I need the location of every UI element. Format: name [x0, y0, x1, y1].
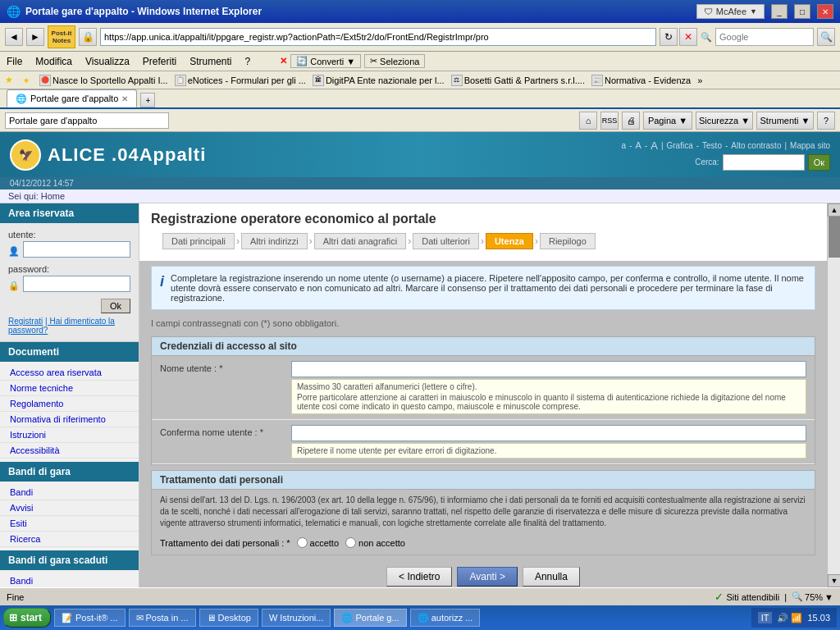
sidebar-link-bandi-scad[interactable]: Bandi: [0, 573, 139, 587]
scroll-down-button[interactable]: ▼: [828, 574, 840, 587]
help-button[interactable]: ?: [817, 112, 835, 130]
sidebar-link-norme[interactable]: Norme tecniche: [0, 381, 139, 396]
sidebar-link-bandi[interactable]: Bandi: [0, 485, 139, 500]
menu-tools[interactable]: Strumenti: [189, 56, 231, 67]
zoom-control[interactable]: 🔍 75% ▼: [792, 591, 833, 602]
sidebar-link-esiti[interactable]: Esiti: [0, 516, 139, 532]
home-button[interactable]: ⌂: [579, 112, 597, 130]
convert-icon: 🔄: [296, 56, 308, 66]
new-tab-button[interactable]: +: [140, 93, 155, 107]
menu-edit[interactable]: Modifica: [35, 56, 72, 67]
taskbar: ⊞ start 📝 Post-it® ... ✉ Posta in ... 🖥 …: [0, 605, 840, 630]
back-button[interactable]: < Indietro: [386, 567, 452, 587]
grafica-link[interactable]: Grafica: [666, 141, 692, 150]
sidebar-login-button[interactable]: Ok: [101, 299, 130, 313]
header-search-button[interactable]: Ок: [808, 154, 830, 171]
inner-address-bar[interactable]: [5, 112, 169, 129]
menu-help[interactable]: ?: [245, 56, 251, 67]
step-utenza[interactable]: Utenza: [486, 233, 533, 249]
alto-contrasto-link[interactable]: Alto contrasto: [731, 141, 781, 150]
sidebar-link-accessibilita[interactable]: Accessibilità: [0, 443, 139, 459]
print-button[interactable]: 🖨: [622, 112, 640, 130]
taskbar-item-portale[interactable]: 🌐 Portale g...: [334, 609, 406, 627]
step-dati-principali[interactable]: Dati principali: [162, 233, 235, 249]
favorites-star-icon: ★: [5, 75, 13, 85]
taskbar-item-posta[interactable]: ✉ Posta in ...: [129, 609, 196, 627]
address-bar[interactable]: [100, 28, 656, 46]
step-dati-ulteriori[interactable]: Dati ulteriori: [413, 233, 479, 249]
convert-button[interactable]: 🔄 Converti ▼: [290, 54, 361, 68]
step-riepilogo[interactable]: Riepilogo: [540, 233, 596, 249]
stop-button[interactable]: ✕: [679, 28, 697, 46]
fav-icon-3: ⚖: [451, 75, 463, 86]
back-button[interactable]: ◄: [5, 28, 23, 46]
sidebar-password-input[interactable]: [23, 276, 130, 292]
start-button[interactable]: ⊞ start: [3, 608, 51, 628]
taskbar-item-autorizz[interactable]: 🌐 autorizz ...: [410, 609, 481, 627]
refresh-button[interactable]: ↻: [660, 28, 678, 46]
tools-button[interactable]: Strumenti ▼: [756, 112, 814, 130]
username-label: Nome utente : *: [160, 361, 291, 373]
taskbar-item-desktop[interactable]: 🖥 Desktop: [199, 609, 258, 627]
maximize-button[interactable]: □: [794, 4, 810, 19]
sidebar-link-regolamento[interactable]: Regolamento: [0, 396, 139, 412]
step-arrow-4: ›: [535, 235, 538, 247]
info-box: i Completare la registrazione inserendo …: [151, 266, 815, 310]
fav-item-1[interactable]: 📋 eNotices - Formulari per gli ...: [175, 75, 306, 86]
sidebar-link-istruzioni[interactable]: Istruzioni: [0, 427, 139, 443]
step-altri-indirizzi[interactable]: Altri indirizzi: [241, 233, 308, 249]
tab-close-button[interactable]: ✕: [121, 94, 128, 103]
taskbar-item-istruzioni[interactable]: W Istruzioni...: [262, 609, 331, 627]
postit-taskbar-icon: 📝: [62, 613, 73, 623]
sidebar-link-normativa[interactable]: Normativa di riferimento: [0, 412, 139, 427]
page-scrollbar[interactable]: ▲ ▼: [827, 203, 840, 587]
fav-item-3[interactable]: ⚖ Bosetti Gatti & Partners s.r.l....: [451, 75, 585, 86]
menu-file[interactable]: File: [7, 56, 22, 67]
sidebar-link-ricerca[interactable]: Ricerca: [0, 532, 139, 547]
close-button[interactable]: ✕: [817, 4, 833, 19]
fav-item-2[interactable]: 🏛 DigitPA Ente nazionale per l...: [313, 75, 445, 86]
minimize-button[interactable]: _: [771, 4, 788, 19]
register-link[interactable]: Registrati: [8, 317, 43, 326]
fav-item-4[interactable]: 📰 Normativa - Evidenza: [591, 75, 691, 86]
sidebar-link-accesso[interactable]: Accesso area riservata: [0, 365, 139, 381]
info-text: Completare la registrazione inserendo un…: [171, 273, 806, 303]
confirm-username-input[interactable]: [291, 425, 806, 441]
search-go-button[interactable]: 🔍: [817, 28, 835, 46]
step-altri-dati[interactable]: Altri dati anagrafici: [314, 233, 407, 249]
sidebar-username-input[interactable]: [23, 241, 130, 258]
scroll-thumb[interactable]: [829, 217, 840, 258]
feeds-button[interactable]: RSS: [600, 112, 619, 130]
menu-favorites[interactable]: Preferiti: [143, 56, 176, 67]
cancel-button[interactable]: Annulla: [523, 567, 580, 587]
username-input[interactable]: [291, 361, 806, 377]
privacy-deny-radio[interactable]: [345, 537, 356, 548]
mcafee-dropdown[interactable]: ▼: [750, 7, 757, 16]
header-search-input[interactable]: [723, 154, 805, 171]
menu-view[interactable]: Visualizza: [85, 56, 130, 67]
mappa-sito-link[interactable]: Mappa sito: [790, 141, 830, 150]
privacy-accept-radio[interactable]: [297, 537, 308, 548]
taskbar-item-postit[interactable]: 📝 Post-it® ...: [54, 609, 126, 627]
safety-button[interactable]: Sicurezza ▼: [696, 112, 753, 130]
mcafee-badge: 🛡 McAfee ▼: [696, 4, 765, 19]
page-button[interactable]: Pagina ▼: [643, 112, 692, 130]
font-size-large[interactable]: A: [651, 139, 658, 152]
fav-item-0[interactable]: 🔴 Nasce lo Sportello Appalti I...: [39, 75, 168, 86]
search-label-header: Cerca:: [695, 158, 719, 167]
sidebar-link-avvisi[interactable]: Avvisi: [0, 500, 139, 516]
window-title: Portale gare d'appalto - Windows Interne…: [25, 6, 262, 17]
search-input[interactable]: [715, 28, 814, 46]
forward-button[interactable]: ►: [26, 28, 44, 46]
fav-more-button[interactable]: »: [697, 75, 702, 85]
sidebar-login-links: Registrati | Hai dimenticato la password…: [8, 313, 130, 335]
tab-portale[interactable]: 🌐 Portale gare d'appalto ✕: [7, 89, 137, 107]
next-button[interactable]: Avanti >: [457, 567, 517, 587]
scroll-up-button[interactable]: ▲: [828, 203, 840, 217]
testo-link[interactable]: Testo: [702, 141, 722, 150]
select-button[interactable]: ✂ Seleziona: [364, 54, 425, 68]
sidebar: Area riservata utente: 👤 password: 🔒 Ok: [0, 203, 139, 587]
close-tab-button[interactable]: ✕: [280, 56, 287, 66]
font-size-medium[interactable]: A: [636, 140, 641, 150]
font-size-small[interactable]: a: [622, 141, 627, 150]
